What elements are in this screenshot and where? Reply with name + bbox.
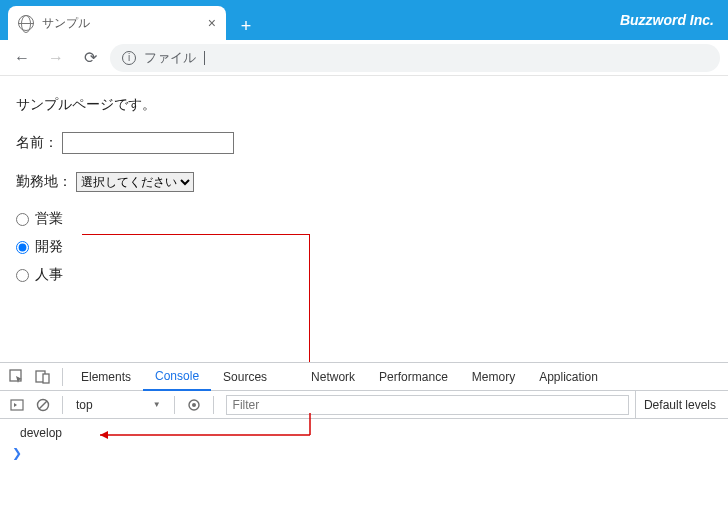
radio-hr[interactable]: 人事 (16, 266, 712, 284)
context-selector[interactable]: top (69, 395, 168, 415)
omnibox[interactable]: i ファイル (110, 44, 720, 72)
live-expression-icon[interactable] (181, 392, 207, 418)
address-bar: ← → ⟳ i ファイル (0, 40, 728, 76)
name-field-row: 名前： (16, 132, 712, 154)
tab-console[interactable]: Console (143, 363, 211, 391)
page-paragraph: サンプルページです。 (16, 96, 712, 114)
location-select[interactable]: 選択してください (76, 172, 194, 192)
text-cursor (204, 51, 205, 65)
url-text: ファイル (144, 49, 196, 67)
svg-line-5 (39, 401, 47, 409)
svg-point-7 (192, 403, 196, 407)
inspect-icon[interactable] (4, 364, 30, 390)
info-icon: i (122, 51, 136, 65)
name-input[interactable] (62, 132, 234, 154)
location-field-row: 勤務地： 選択してください (16, 172, 712, 192)
tab-performance[interactable]: Performance (367, 363, 460, 391)
sidebar-toggle-icon[interactable] (4, 392, 30, 418)
location-label: 勤務地： (16, 173, 72, 191)
separator (213, 396, 214, 414)
devtools-tab-bar: Elements Console Sources Network Perform… (0, 363, 728, 391)
console-body: develop ❯ (0, 419, 728, 467)
forward-button[interactable]: → (42, 44, 70, 72)
tab-memory[interactable]: Memory (460, 363, 527, 391)
console-toolbar: top Default levels (0, 391, 728, 419)
radio-input-sales[interactable] (16, 213, 29, 226)
back-button[interactable]: ← (8, 44, 36, 72)
clear-console-icon[interactable] (30, 392, 56, 418)
console-output-line: develop (8, 423, 720, 443)
radio-develop[interactable]: 開発 (16, 238, 712, 256)
tab-strip: サンプル × + (8, 6, 260, 40)
new-tab-button[interactable]: + (232, 12, 260, 40)
separator (62, 396, 63, 414)
browser-tab[interactable]: サンプル × (8, 6, 226, 40)
context-label: top (76, 398, 93, 412)
radio-group: 営業 開発 人事 (16, 210, 712, 284)
devtools-panel: Elements Console Sources Network Perform… (0, 362, 728, 467)
radio-sales[interactable]: 営業 (16, 210, 712, 228)
page-content: サンプルページです。 名前： 勤務地： 選択してください 営業 開発 人事 (0, 76, 728, 362)
browser-title-bar: サンプル × + Buzzword Inc. (0, 0, 728, 40)
reload-button[interactable]: ⟳ (76, 44, 104, 72)
radio-input-hr[interactable] (16, 269, 29, 282)
svg-rect-2 (43, 374, 49, 383)
log-levels-selector[interactable]: Default levels (635, 391, 724, 419)
tab-network[interactable]: Network (299, 363, 367, 391)
filter-input[interactable] (226, 395, 629, 415)
close-icon[interactable]: × (208, 15, 216, 31)
radio-label-sales: 営業 (35, 210, 63, 228)
tab-sources[interactable]: Sources (211, 363, 279, 391)
radio-input-develop[interactable] (16, 241, 29, 254)
separator (174, 396, 175, 414)
radio-label-hr: 人事 (35, 266, 63, 284)
name-label: 名前： (16, 134, 58, 152)
globe-icon (18, 15, 34, 31)
radio-label-develop: 開発 (35, 238, 63, 256)
console-prompt[interactable]: ❯ (8, 443, 720, 463)
tab-application[interactable]: Application (527, 363, 610, 391)
tab-elements[interactable]: Elements (69, 363, 143, 391)
tab-title: サンプル (42, 15, 200, 32)
separator (62, 368, 63, 386)
brand-label: Buzzword Inc. (620, 12, 714, 28)
device-toggle-icon[interactable] (30, 364, 56, 390)
